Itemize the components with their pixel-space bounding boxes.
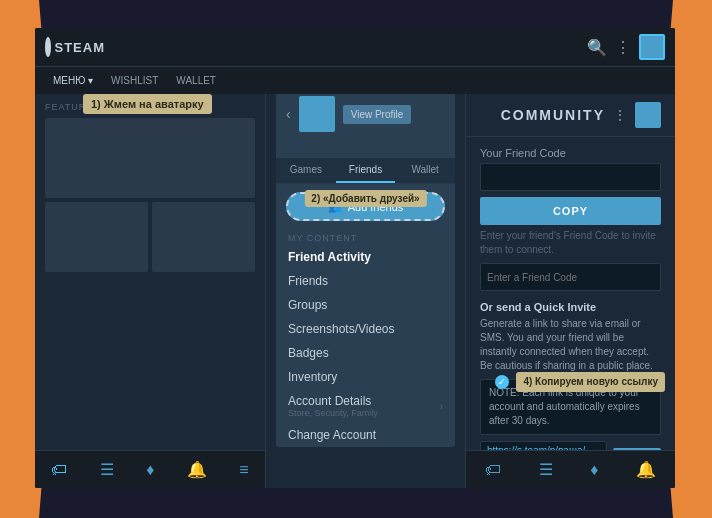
tab-wallet[interactable]: Wallet xyxy=(395,158,455,183)
bottom-nav-right: 🏷 ☰ ♦ 🔔 xyxy=(466,450,675,488)
checkmark-icon: ✓ xyxy=(495,375,509,389)
community-nav-tag-icon[interactable]: 🏷 xyxy=(485,461,501,479)
back-button[interactable]: ‹ xyxy=(286,106,291,122)
profile-tabs: Games Friends Wallet xyxy=(276,158,455,184)
tab-wallet[interactable]: WALLET xyxy=(168,71,224,90)
menu-item-change-account-label: Change Account xyxy=(288,428,376,442)
bottom-nav-list-icon[interactable]: ☰ xyxy=(100,460,114,479)
copy-tooltip-container: ✓ 4) Копируем новую ссылку xyxy=(495,372,665,392)
menu-item-groups-label: Groups xyxy=(288,298,327,312)
menu-item-account-label: Account Details xyxy=(288,394,378,408)
community-nav-bell-icon[interactable]: 🔔 xyxy=(636,460,656,479)
menu-item-change-account[interactable]: Change Account xyxy=(288,423,443,447)
copy-friend-code-button[interactable]: COPY xyxy=(480,197,661,225)
friend-code-label: Your Friend Code xyxy=(480,147,661,159)
steam-label: STEAM xyxy=(55,40,106,55)
nav-tabs: МЕНЮ ▾ WISHLIST WALLET xyxy=(35,66,675,94)
tab-games[interactable]: Games xyxy=(276,158,336,183)
community-nav-shield-icon[interactable]: ♦ xyxy=(590,461,598,479)
main-window: STEAM 🔍 ⋮ МЕНЮ ▾ WISHLIST WALLET 1) Жмем… xyxy=(35,28,675,488)
note-box: NOTE: Each link is unique to your accoun… xyxy=(480,379,661,435)
add-friend-tooltip-row: 2) «Добавить друзей» xyxy=(276,142,455,158)
menu-item-badges[interactable]: Badges xyxy=(288,341,443,365)
community-nav-list-icon[interactable]: ☰ xyxy=(539,460,553,479)
chevron-right-icon: › xyxy=(440,401,443,412)
link-url-display: https://s.team/p/ваша/ссылка xyxy=(480,441,607,450)
left-panel: FEATURED & RECOMMENDED 🏷 ☰ ♦ 🔔 ≡ xyxy=(35,94,265,488)
bottom-nav-bell-icon[interactable]: 🔔 xyxy=(187,460,207,479)
tab-menu[interactable]: МЕНЮ ▾ xyxy=(45,71,101,90)
featured-item-1 xyxy=(45,202,148,272)
right-panel: COMMUNITY ⋮ Your Friend Code COPY Enter … xyxy=(465,94,675,488)
tooltip-addfriend: 2) «Добавить друзей» xyxy=(304,190,426,207)
menu-item-badges-label: Badges xyxy=(288,346,329,360)
menu-item-friend-activity[interactable]: Friend Activity xyxy=(288,245,443,269)
menu-item-inventory[interactable]: Inventory xyxy=(288,365,443,389)
bottom-nav-shield-icon[interactable]: ♦ xyxy=(146,461,154,479)
menu-item-screenshots[interactable]: Screenshots/Videos xyxy=(288,317,443,341)
featured-item-2 xyxy=(152,202,255,272)
tooltip-copy: 4) Копируем новую ссылку xyxy=(516,372,665,392)
content-area: FEATURED & RECOMMENDED 🏷 ☰ ♦ 🔔 ≡ ‹ xyxy=(35,94,675,488)
search-icon[interactable]: 🔍 xyxy=(587,38,607,57)
menu-item-groups[interactable]: Groups xyxy=(288,293,443,317)
middle-panel: ‹ View Profile 2) «Добавить друзей» Game… xyxy=(265,94,465,488)
menu-item-inventory-label: Inventory xyxy=(288,370,337,384)
community-header: COMMUNITY ⋮ xyxy=(466,94,675,137)
menu-item-friend-activity-label: Friend Activity xyxy=(288,250,371,264)
menu-item-account-sub: Store, Security, Family xyxy=(288,408,378,418)
note-text: NOTE: Each link is unique to your accoun… xyxy=(489,387,640,426)
header-avatar[interactable] xyxy=(639,34,665,60)
tab-wishlist[interactable]: WISHLIST xyxy=(103,71,166,90)
community-avatar[interactable] xyxy=(635,102,661,128)
bottom-nav-menu-icon[interactable]: ≡ xyxy=(239,461,248,479)
menu-items-list: Friend Activity Friends Groups Screensho… xyxy=(276,245,455,447)
profile-dropdown: ‹ View Profile 2) «Добавить друзей» Game… xyxy=(276,94,455,447)
tooltip-avatar: 1) Жмем на аватарку xyxy=(83,94,212,114)
community-more-icon[interactable]: ⋮ xyxy=(613,107,627,123)
bottom-nav-tag-icon[interactable]: 🏷 xyxy=(51,461,67,479)
menu-item-account[interactable]: Account Details Store, Security, Family … xyxy=(288,389,443,423)
featured-item-wide xyxy=(45,118,255,198)
invite-hint: Enter your friend's Friend Code to invit… xyxy=(480,229,661,257)
enter-friend-code-input[interactable] xyxy=(480,263,661,291)
menu-item-screenshots-label: Screenshots/Videos xyxy=(288,322,395,336)
profile-avatar xyxy=(299,96,335,132)
more-options-icon[interactable]: ⋮ xyxy=(615,38,631,57)
friend-code-display xyxy=(480,163,661,191)
quick-invite-section: Or send a Quick Invite Generate a link t… xyxy=(480,301,661,450)
menu-item-account-info: Account Details Store, Security, Family xyxy=(288,394,378,418)
bottom-nav-left: 🏷 ☰ ♦ 🔔 ≡ xyxy=(35,450,265,488)
featured-section: FEATURED & RECOMMENDED xyxy=(35,94,265,450)
profile-header: ‹ View Profile xyxy=(276,94,455,142)
featured-grid xyxy=(45,118,255,272)
tab-friends[interactable]: Friends xyxy=(336,158,396,183)
link-row: https://s.team/p/ваша/ссылка COPY xyxy=(480,441,661,450)
view-profile-button[interactable]: View Profile xyxy=(343,105,412,124)
menu-item-friends[interactable]: Friends xyxy=(288,269,443,293)
quick-invite-desc: Generate a link to share via email or SM… xyxy=(480,317,661,373)
steam-header: STEAM 🔍 ⋮ xyxy=(35,28,675,66)
community-content: Your Friend Code COPY Enter your friend'… xyxy=(466,137,675,450)
community-title: COMMUNITY xyxy=(480,107,605,123)
steam-icon xyxy=(45,37,51,57)
my-content-label: MY CONTENT xyxy=(276,229,455,245)
menu-item-friends-label: Friends xyxy=(288,274,328,288)
friend-code-section: Your Friend Code COPY Enter your friend'… xyxy=(480,147,661,291)
quick-invite-label: Or send a Quick Invite xyxy=(480,301,661,313)
steam-logo: STEAM xyxy=(45,36,105,58)
